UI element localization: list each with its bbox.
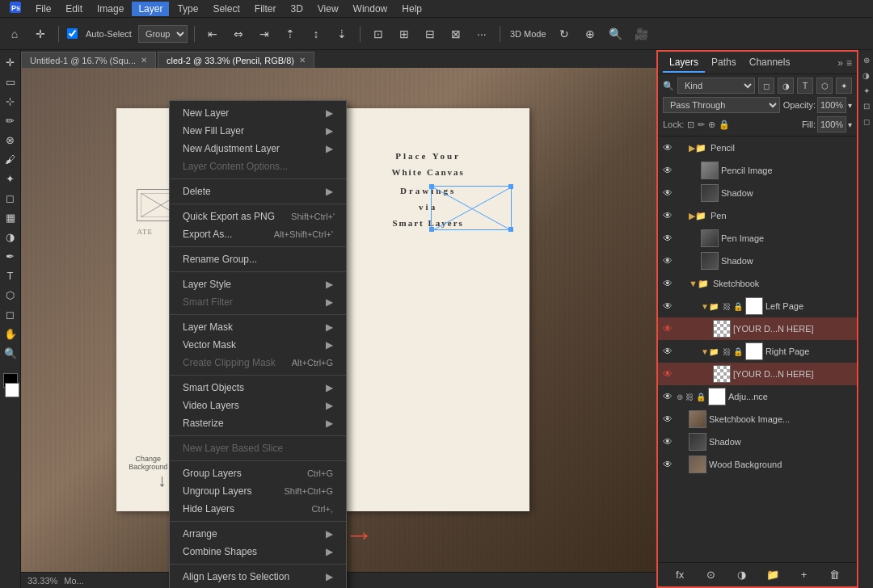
layer-row-pencil-shadow[interactable]: 👁 Shadow	[658, 182, 857, 204]
menu-ps[interactable]: Ps	[3, 0, 27, 17]
tab-layers[interactable]: Layers	[663, 53, 705, 73]
filter-shape-btn[interactable]: ⬡	[816, 78, 833, 94]
tool-heal[interactable]: ⊗	[2, 131, 19, 149]
mini-btn-4[interactable]: ⊡	[860, 99, 873, 112]
menu-edit[interactable]: Edit	[59, 2, 89, 16]
layer-row-left-page-group[interactable]: 👁 ▼📁 ⛓ 🔒 Left Page	[658, 295, 857, 317]
menu-new-fill-layer[interactable]: New Fill Layer ▶	[170, 122, 346, 140]
fill-chevron[interactable]: ▾	[848, 120, 852, 129]
move-tool[interactable]: ✛	[29, 23, 52, 45]
menu-quick-export-png[interactable]: Quick Export as PNG Shift+Ctrl+'	[170, 208, 346, 225]
menu-align-layers[interactable]: Align Layers to Selection ▶	[170, 568, 346, 586]
tool-text[interactable]: T	[2, 267, 19, 284]
layer-row-adjuance[interactable]: 👁 ⊛ ⛓ 🔒 Adju...nce	[658, 385, 857, 408]
layer-row-sketchbook-group[interactable]: 👁 ▼📁 Sketchbook	[658, 272, 857, 295]
blend-mode-select[interactable]: Pass Through	[663, 97, 780, 113]
filter-adjust-btn[interactable]: ◑	[778, 78, 794, 94]
layer-row-pencil-group[interactable]: 👁 ▶📁 Pencil	[658, 136, 857, 159]
eye-pen-shadow[interactable]: 👁	[661, 254, 674, 267]
eye-wood-background[interactable]: 👁	[661, 458, 674, 471]
tool-lasso[interactable]: ▭	[2, 73, 19, 90]
mini-btn-5[interactable]: ◻	[860, 115, 873, 128]
menu-window[interactable]: Window	[347, 2, 394, 16]
eye-adjuance[interactable]: 👁	[661, 390, 674, 403]
filter-pixel-btn[interactable]: ◻	[758, 78, 774, 94]
tool-zoom[interactable]: 🔍	[2, 344, 19, 362]
eye-pencil-group[interactable]: 👁	[661, 141, 674, 154]
eye-shadow-bottom[interactable]: 👁	[661, 435, 674, 448]
dist-3-btn[interactable]: ⊟	[419, 23, 441, 45]
menu-rasterize[interactable]: Rasterize ▶	[170, 414, 346, 432]
menu-new-layer[interactable]: New Layer ▶	[170, 104, 346, 122]
3d-pan-btn[interactable]: ⊕	[579, 23, 601, 45]
dist-4-btn[interactable]: ⊠	[445, 23, 467, 45]
eye-pen-group[interactable]: 👁	[661, 209, 674, 222]
eye-your-drawing-left[interactable]: 👁	[661, 322, 674, 335]
menu-filter[interactable]: Filter	[248, 2, 283, 16]
align-bottom-btn[interactable]: ⇣	[331, 23, 353, 45]
3d-cam-btn[interactable]: 🎥	[630, 23, 653, 45]
layer-row-sketchbook-image[interactable]: 👁 Sketchbook Image...	[658, 408, 857, 430]
tool-crop[interactable]: ⊹	[2, 92, 19, 110]
eye-sketchbook-group[interactable]: 👁	[661, 277, 674, 290]
lock-position-icon[interactable]: ✏	[698, 120, 705, 130]
tool-eraser[interactable]: ◻	[2, 189, 19, 207]
layer-row-wood-background[interactable]: 👁 Wood Background	[658, 453, 857, 476]
tool-path[interactable]: ⬡	[2, 286, 19, 304]
tab-paths[interactable]: Paths	[705, 53, 743, 73]
layer-row-pencil-image[interactable]: 👁 Pencil Image	[658, 159, 857, 182]
fx-btn[interactable]: fx	[671, 566, 689, 584]
kind-select[interactable]: Kind	[677, 78, 755, 94]
lock-pixels-icon[interactable]: ⊡	[687, 120, 694, 130]
layer-row-shadow-bottom[interactable]: 👁 Shadow	[658, 430, 857, 453]
fill-input[interactable]	[817, 116, 846, 132]
menu-smart-objects[interactable]: Smart Objects ▶	[170, 379, 346, 397]
dist-2-btn[interactable]: ⊞	[393, 23, 415, 45]
tab-close-1[interactable]: ✕	[141, 56, 147, 65]
more-btn[interactable]: ···	[470, 23, 493, 45]
mini-btn-3[interactable]: ✦	[860, 84, 873, 97]
eye-right-page-group[interactable]: 👁	[661, 345, 674, 358]
layer-row-pen-shadow[interactable]: 👁 Shadow	[658, 250, 857, 272]
add-group-btn[interactable]: 📁	[764, 566, 782, 584]
lock-art-icon[interactable]: ⊕	[708, 120, 715, 130]
eye-sketchbook-image[interactable]: 👁	[661, 413, 674, 426]
tab-untitled[interactable]: Untitled-1 @ 16.7% (Squ... ✕	[21, 52, 156, 68]
layer-row-your-drawing-left[interactable]: 👁 [YOUR D...N HERE]	[658, 317, 857, 340]
tab-pencil[interactable]: cled-2 @ 33.3% (Pencil, RGB/8) ✕	[158, 52, 314, 68]
filter-type-btn[interactable]: T	[797, 78, 813, 94]
tool-dodge[interactable]: ◑	[2, 228, 19, 246]
eye-left-page-group[interactable]: 👁	[661, 300, 674, 313]
mini-btn-2[interactable]: ◑	[860, 69, 873, 82]
filter-smart-btn[interactable]: ✦	[836, 78, 852, 94]
menu-3d[interactable]: 3D	[284, 2, 309, 16]
dist-1-btn[interactable]: ⊡	[367, 23, 390, 45]
align-left-btn[interactable]: ⇤	[201, 23, 224, 45]
menu-file[interactable]: File	[29, 2, 57, 16]
menu-arrange[interactable]: Arrange ▶	[170, 525, 346, 543]
eye-pen-image[interactable]: 👁	[661, 232, 674, 245]
3d-rotate-btn[interactable]: ↻	[553, 23, 576, 45]
menu-delete[interactable]: Delete ▶	[170, 183, 346, 200]
menu-image[interactable]: Image	[91, 2, 130, 16]
tab-close-2[interactable]: ✕	[299, 56, 306, 65]
tool-clone[interactable]: ✦	[2, 170, 19, 187]
panel-menu-icon[interactable]: ≡	[846, 57, 852, 69]
3d-zoom-btn[interactable]: 🔍	[605, 23, 627, 45]
menu-video-layers[interactable]: Video Layers ▶	[170, 397, 346, 414]
add-adjustment-btn[interactable]: ◑	[733, 566, 751, 584]
mini-btn-1[interactable]: ⊕	[860, 53, 873, 66]
background-color[interactable]	[5, 383, 19, 397]
menu-type[interactable]: Type	[171, 2, 205, 16]
menu-hide-layers[interactable]: Hide Layers Ctrl+,	[170, 500, 346, 518]
opacity-input[interactable]	[817, 97, 846, 113]
layer-row-pen-image[interactable]: 👁 Pen Image	[658, 227, 857, 250]
auto-select-select[interactable]: Group Layer	[138, 25, 188, 43]
align-right-btn[interactable]: ⇥	[253, 23, 276, 45]
add-layer-btn[interactable]: +	[795, 566, 812, 584]
align-center-btn[interactable]: ⇔	[227, 23, 250, 45]
tool-pen[interactable]: ✒	[2, 247, 19, 265]
align-top-btn[interactable]: ⇡	[279, 23, 302, 45]
tool-gradient[interactable]: ▦	[2, 208, 19, 226]
menu-help[interactable]: Help	[395, 2, 428, 16]
